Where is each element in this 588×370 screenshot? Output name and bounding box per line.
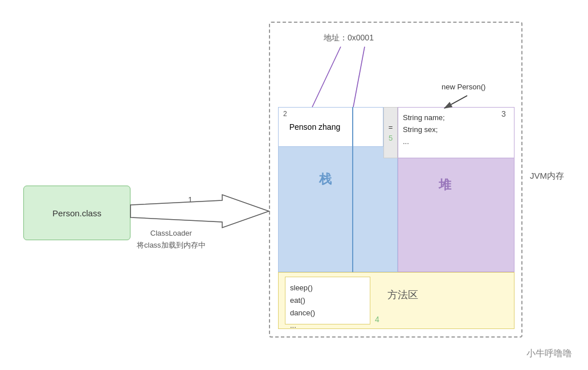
string-name: String name; (403, 112, 509, 124)
arrow-number-1: 1 (188, 195, 193, 204)
classloader-text: ClassLoader 将class加载到内存中 (137, 228, 206, 252)
heap-dots: ... (403, 136, 509, 148)
method-dots: ... (290, 319, 365, 332)
method-sleep: sleep() (290, 282, 365, 294)
jvm-label: JVM内存 (530, 171, 564, 182)
diagram-container: Person.class 1 ClassLoader 将class加载到内存中 … (0, 0, 588, 370)
new-person-label: new Person() (442, 83, 485, 91)
main-arrow (130, 195, 269, 228)
stack-top-box: 2 Penson zhang (278, 107, 383, 147)
classloader-line2: 将class加载到内存中 (137, 240, 206, 252)
person-class-box: Person.class (23, 186, 130, 240)
stack-num-2: 2 (283, 110, 287, 118)
equals-sign: = (389, 123, 393, 131)
equals-area: = 5 (383, 107, 398, 158)
stack-vertical-line (352, 107, 353, 272)
penson-zhang-label: Penson zhang (289, 122, 341, 131)
watermark: 小牛呼噜噜 (526, 348, 572, 360)
method-eat: eat() (290, 294, 365, 307)
method-area-label: 方法区 (387, 288, 418, 302)
person-class-label: Person.class (52, 208, 101, 218)
method-num-4: 4 (375, 315, 379, 324)
heap-top-box: String name; String sex; ... (398, 107, 514, 158)
method-inner-box: sleep() eat() dance() ... (285, 277, 370, 324)
classloader-line1: ClassLoader (137, 228, 206, 240)
address-label: 地址：0x0001 (324, 33, 374, 43)
stack-label: 栈 (319, 171, 332, 188)
equals-value: 5 (389, 134, 393, 142)
method-dance: dance() (290, 307, 365, 319)
heap-num-3: 3 (501, 109, 506, 118)
string-sex: String sex; (403, 124, 509, 136)
heap-label: 堆 (439, 176, 451, 194)
